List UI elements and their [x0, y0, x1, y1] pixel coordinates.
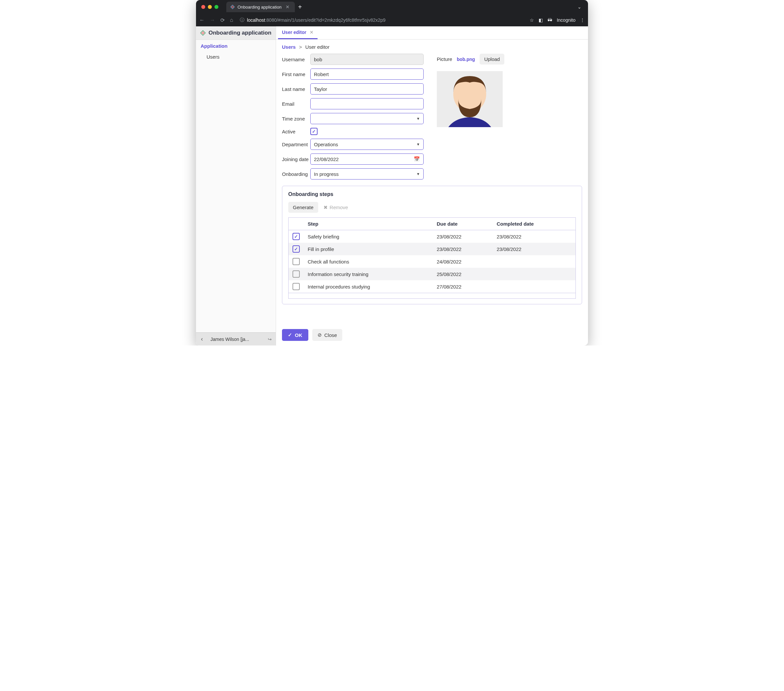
step-completed — [493, 280, 576, 293]
generate-button[interactable]: Generate — [288, 202, 318, 213]
step-completed: 23/08/2022 — [493, 230, 576, 243]
breadcrumb: Users > User editor — [282, 44, 582, 50]
incognito-icon: 🕶 — [547, 18, 552, 23]
sidebar-item-users[interactable]: Users — [201, 52, 271, 62]
browser-menu-icon[interactable]: ⋮ — [580, 18, 585, 23]
reload-icon[interactable]: ⟳ — [221, 17, 225, 23]
label-email: Email — [282, 101, 310, 107]
active-checkbox[interactable]: ✓ — [310, 128, 318, 135]
svg-point-4 — [445, 117, 494, 127]
app-title: Onboarding application — [209, 30, 272, 36]
table-row[interactable]: Check all functions24/08/2022 — [288, 255, 576, 268]
step-due: 23/08/2022 — [433, 230, 493, 243]
logout-icon[interactable]: ↪ — [264, 337, 276, 342]
label-username: Username — [282, 57, 310, 62]
svg-marker-0 — [231, 5, 234, 9]
remove-button[interactable]: ✖Remove — [323, 204, 348, 211]
close-window-icon[interactable] — [201, 5, 205, 9]
col-due[interactable]: Due date — [433, 218, 493, 230]
forward-icon[interactable]: → — [210, 17, 215, 23]
back-icon[interactable]: ← — [199, 17, 204, 23]
label-active: Active — [282, 129, 310, 134]
step-checkbox[interactable] — [293, 270, 300, 278]
time-zone-select[interactable]: ▼ — [310, 113, 423, 124]
browser-tab[interactable]: Onboarding application ✕ — [226, 2, 295, 12]
table-row[interactable]: ✓Fill in profile23/08/202223/08/2022 — [288, 243, 576, 255]
onboarding-status-select[interactable]: In progress▼ — [310, 168, 423, 179]
step-due: 27/08/2022 — [433, 280, 493, 293]
close-editor-tab-icon[interactable]: ✕ — [310, 30, 314, 35]
panel-toggle-icon[interactable]: ◧ — [539, 18, 543, 23]
chevron-down-icon: ▼ — [417, 117, 420, 120]
step-name: Information security training — [304, 268, 433, 280]
tab-title: Onboarding application — [237, 5, 282, 10]
maximize-window-icon[interactable] — [214, 5, 218, 9]
chevron-down-icon: ▼ — [417, 172, 420, 176]
step-due: 23/08/2022 — [433, 243, 493, 255]
svg-marker-1 — [232, 6, 234, 8]
col-completed[interactable]: Completed date — [493, 218, 576, 230]
step-completed: 23/08/2022 — [493, 243, 576, 255]
tab-favicon-icon — [230, 5, 235, 9]
tab-user-editor[interactable]: User editor ✕ — [278, 26, 318, 39]
table-row[interactable]: ✓Safety briefing23/08/202223/08/2022 — [288, 230, 576, 243]
step-checkbox[interactable] — [293, 283, 300, 290]
remove-icon: ✖ — [323, 204, 328, 211]
cancel-icon: ⊘ — [318, 332, 322, 338]
avatar — [437, 71, 503, 127]
close-button[interactable]: ⊘Close — [312, 329, 342, 341]
step-checkbox[interactable]: ✓ — [293, 233, 300, 240]
breadcrumb-current: User editor — [305, 44, 329, 50]
label-onboarding: Onboarding — [282, 171, 310, 177]
close-tab-icon[interactable]: ✕ — [284, 4, 291, 10]
joining-date-input[interactable]: 22/08/2022📅 — [310, 153, 423, 165]
site-info-icon[interactable]: ⓘ — [240, 17, 244, 23]
department-select[interactable]: Operations▼ — [310, 139, 423, 150]
step-checkbox[interactable] — [293, 258, 300, 265]
bookmark-icon[interactable]: ☆ — [530, 18, 534, 23]
url-path: :8080/#main/1/users/edit?id=2mkzdq2y6fc8… — [265, 18, 385, 23]
nav-section-application[interactable]: Application — [201, 43, 271, 49]
first-name-input[interactable]: Robert — [310, 69, 423, 80]
table-row[interactable]: Information security training25/08/2022 — [288, 268, 576, 280]
step-due: 25/08/2022 — [433, 268, 493, 280]
tab-label: User editor — [282, 30, 306, 35]
email-input[interactable] — [310, 98, 423, 109]
label-joining-date: Joining date — [282, 156, 310, 162]
ok-button[interactable]: ✓OK — [282, 329, 308, 341]
picture-filename-link[interactable]: bob.png — [457, 57, 475, 62]
breadcrumb-users[interactable]: Users — [282, 44, 296, 50]
col-step[interactable]: Step — [304, 218, 433, 230]
label-time-zone: Time zone — [282, 116, 310, 122]
calendar-icon[interactable]: 📅 — [414, 156, 420, 162]
editor-tabs: User editor ✕ — [276, 26, 588, 39]
step-completed — [493, 268, 576, 280]
step-checkbox[interactable]: ✓ — [293, 245, 300, 253]
app-title-bar: Onboarding application — [196, 26, 276, 40]
minimize-window-icon[interactable] — [208, 5, 212, 9]
new-tab-button[interactable]: + — [295, 3, 305, 11]
svg-marker-2 — [201, 31, 206, 36]
current-user-label[interactable]: James Wilson [ja... — [208, 337, 264, 342]
steps-table: Step Due date Completed date ✓Safety bri… — [288, 217, 576, 299]
upload-button[interactable]: Upload — [479, 54, 505, 64]
window-controls[interactable] — [201, 5, 218, 9]
sidebar-collapse-icon[interactable]: ‹ — [196, 336, 208, 342]
label-last-name: Last name — [282, 86, 310, 92]
step-name: Internal procedures studying — [304, 280, 433, 293]
step-completed — [493, 255, 576, 268]
last-name-input[interactable]: Taylor — [310, 83, 423, 95]
step-name: Safety briefing — [304, 230, 433, 243]
label-department: Department — [282, 141, 310, 147]
table-row[interactable]: Internal procedures studying27/08/2022 — [288, 280, 576, 293]
label-picture: Picture — [437, 56, 452, 62]
tabs-overflow-icon[interactable]: ⌄ — [574, 4, 585, 10]
chevron-down-icon: ▼ — [417, 142, 420, 146]
address-bar[interactable]: ⓘ localhost:8080/#main/1/users/edit?id=2… — [237, 16, 526, 25]
app-logo-icon — [200, 30, 206, 36]
home-icon[interactable]: ⌂ — [230, 17, 233, 23]
avatar-image — [440, 71, 499, 127]
label-first-name: First name — [282, 71, 310, 77]
url-host: localhost — [247, 18, 265, 23]
browser-chrome: Onboarding application ✕ + ⌄ ← → ⟳ ⌂ ⓘ l… — [196, 0, 588, 26]
